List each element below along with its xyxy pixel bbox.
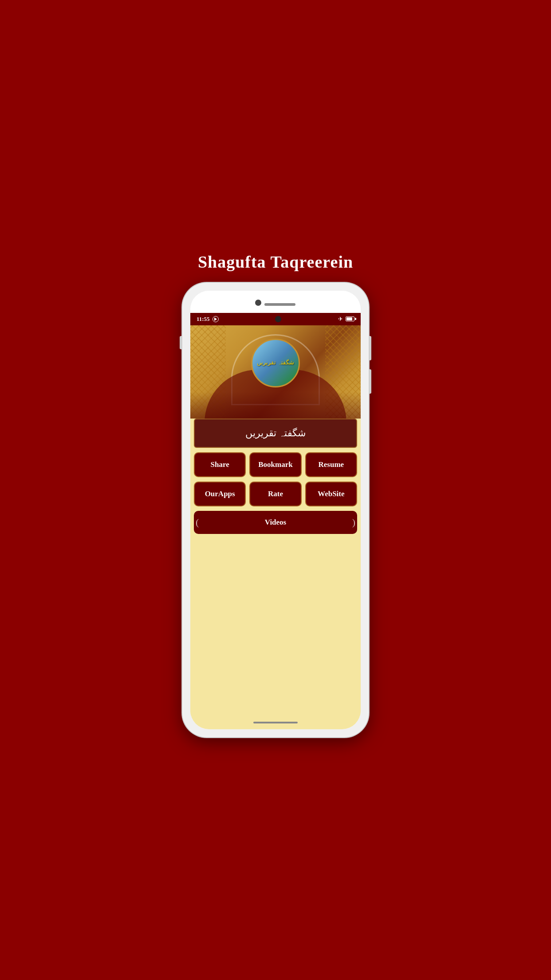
power-button-2	[369, 369, 371, 394]
app-content: شگفتہ تقریریں شگفتہ تقریریں Share Bookma…	[190, 325, 361, 716]
status-notch	[275, 316, 281, 322]
app-title-bar: شگفتہ تقریریں	[194, 419, 357, 448]
main-content-area	[190, 538, 361, 716]
airplane-icon: ✈	[338, 316, 343, 323]
status-right: ✈	[338, 316, 354, 323]
buttons-row-1: Share Bookmark Resume	[194, 452, 357, 477]
banner-overlay	[190, 392, 361, 419]
header-banner: شگفتہ تقریریں	[190, 325, 361, 419]
website-button[interactable]: WebSite	[305, 482, 357, 506]
share-button[interactable]: Share	[194, 452, 246, 477]
status-left: 11:55	[197, 316, 219, 323]
battery-icon	[346, 316, 354, 321]
buttons-row-2: OurApps Rate WebSite	[194, 482, 357, 506]
videos-button-wrapper: ( Videos )	[194, 511, 357, 534]
phone-mockup: 11:55 ✈	[182, 283, 369, 737]
app-title-urdu: شگفتہ تقریریں	[199, 427, 352, 439]
videos-button[interactable]: Videos	[201, 511, 350, 534]
page-title: Shagufta Taqreerein	[198, 243, 353, 283]
phone-screen: 11:55 ✈	[190, 291, 361, 729]
rate-button[interactable]: Rate	[249, 482, 301, 506]
battery-fill	[346, 317, 352, 320]
bookmark-button[interactable]: Bookmark	[249, 452, 301, 477]
status-time: 11:55	[197, 316, 210, 323]
home-bar	[253, 722, 298, 723]
power-button	[369, 336, 371, 360]
speaker	[264, 303, 295, 306]
bracket-left-icon: (	[194, 517, 201, 528]
phone-top-bar	[190, 291, 361, 313]
logo-inner: شگفتہ تقریریں	[257, 359, 294, 367]
videos-row: ( Videos )	[194, 511, 357, 534]
media-play-icon	[213, 316, 219, 322]
logo-urdu-text: شگفتہ تقریریں	[257, 359, 294, 367]
volume-button	[180, 336, 182, 349]
bracket-right-icon: )	[350, 517, 357, 528]
status-bar: 11:55 ✈	[190, 313, 361, 325]
buttons-section: Share Bookmark Resume OurApps Rate WebSi…	[190, 448, 361, 538]
our-apps-button[interactable]: OurApps	[194, 482, 246, 506]
app-logo-circle: شگفتہ تقریریں	[251, 339, 300, 387]
home-indicator	[190, 716, 361, 729]
front-camera	[255, 300, 261, 306]
resume-button[interactable]: Resume	[305, 452, 357, 477]
